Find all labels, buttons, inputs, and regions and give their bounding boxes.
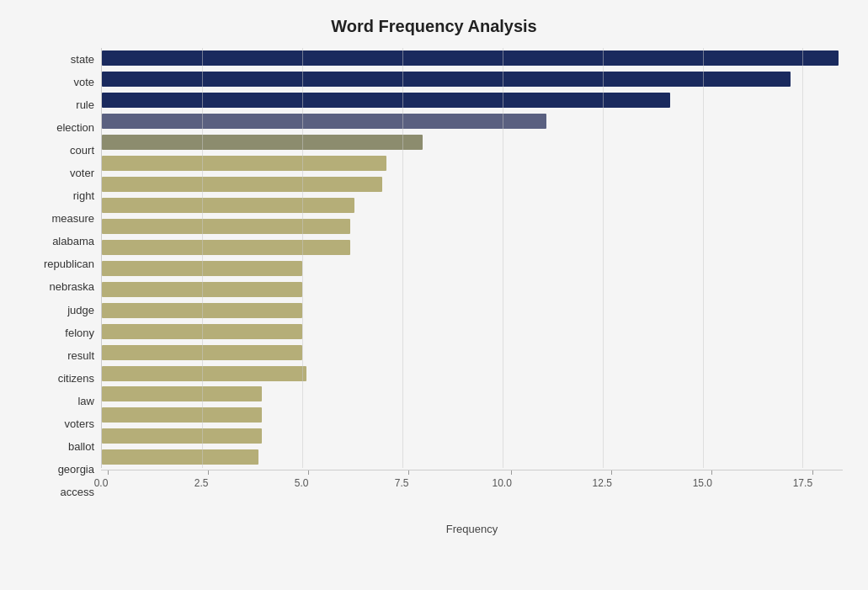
bar-row: [102, 175, 843, 194]
grid-line: [703, 48, 704, 468]
x-tick: 17.5: [802, 470, 822, 489]
bar-row: [102, 112, 843, 130]
y-label: vote: [73, 72, 94, 93]
bar: [102, 156, 386, 171]
x-tick-line: [511, 470, 512, 475]
bar-row: [102, 322, 843, 341]
grid-line: [202, 48, 203, 468]
bar-row: [102, 70, 843, 88]
y-label: measure: [51, 208, 94, 230]
chart-container: Word Frequency Analysis statevoteruleele…: [0, 0, 868, 590]
bar: [102, 50, 839, 66]
y-label: republican: [44, 253, 94, 275]
bar-row: [102, 343, 843, 362]
x-tick: 2.5: [201, 470, 216, 489]
grid-line: [503, 48, 503, 468]
y-label: result: [67, 344, 94, 366]
x-tick-line: [611, 470, 612, 475]
bar-row: [102, 259, 843, 278]
x-axis: Frequency 0.02.55.07.510.012.515.017.5: [101, 470, 843, 503]
y-label: right: [73, 185, 94, 207]
chart-title: Word Frequency Analysis: [25, 17, 843, 36]
x-tick-line: [208, 470, 209, 475]
x-tick: 15.0: [702, 470, 722, 489]
y-label: alabama: [52, 231, 94, 252]
chart-area: statevoteruleelectioncourtvoterrightmeas…: [25, 48, 843, 503]
x-tick-line: [711, 470, 712, 475]
bar-row: [102, 448, 843, 466]
bar: [102, 407, 262, 423]
grid-line: [302, 48, 303, 468]
bar-row: [102, 301, 843, 320]
x-tick: 10.0: [502, 470, 521, 489]
bar: [102, 135, 423, 150]
bar: [102, 366, 306, 381]
bar: [102, 219, 350, 234]
x-tick-line: [408, 470, 409, 475]
x-tick-label: 15.0: [693, 477, 712, 489]
y-label: citizens: [58, 367, 94, 389]
y-label: rule: [76, 94, 94, 116]
bar: [102, 198, 354, 213]
y-label: judge: [67, 299, 94, 321]
x-tick-label: 0.0: [94, 477, 109, 489]
x-tick-label: 17.5: [793, 477, 812, 489]
y-label: election: [56, 117, 94, 139]
bar-row: [102, 406, 843, 424]
y-label: access: [61, 481, 94, 502]
grid-line: [802, 48, 803, 468]
y-label: state: [71, 49, 94, 71]
x-tick: 12.5: [602, 470, 621, 489]
bar: [102, 177, 382, 192]
x-tick-label: 2.5: [194, 477, 209, 489]
x-tick: 7.5: [402, 470, 416, 489]
bar-row: [102, 385, 843, 403]
bars-and-xaxis: Frequency 0.02.55.07.510.012.515.017.5: [101, 48, 843, 503]
x-tick-label: 12.5: [593, 477, 612, 489]
y-labels: statevoteruleelectioncourtvoterrightmeas…: [25, 48, 101, 503]
y-label: georgia: [58, 458, 94, 480]
bar-row: [102, 49, 843, 67]
bar-row: [102, 238, 843, 257]
bar: [102, 93, 670, 108]
x-tick: 0.0: [101, 470, 115, 489]
bars-area: [101, 48, 843, 468]
bar: [102, 114, 546, 129]
bar-row: [102, 364, 843, 383]
x-tick-line: [108, 470, 109, 475]
y-label: felony: [65, 322, 94, 343]
y-label: voter: [70, 162, 94, 184]
bar: [102, 240, 350, 255]
x-axis-title: Frequency: [101, 523, 843, 535]
bar-rows: [102, 48, 843, 468]
y-label: nebraska: [50, 276, 94, 298]
x-tick-line: [308, 470, 309, 475]
grid-line: [603, 48, 604, 468]
y-label: court: [70, 140, 94, 162]
bar: [102, 449, 258, 465]
bar-row: [102, 133, 843, 151]
bar-row: [102, 154, 843, 173]
bar: [102, 72, 791, 87]
x-tick-label: 10.0: [493, 477, 512, 489]
bar-row: [102, 427, 843, 445]
bar: [102, 386, 262, 401]
bar-row: [102, 91, 843, 109]
y-label: law: [77, 390, 94, 412]
bar-row: [102, 217, 843, 236]
grid-line: [402, 48, 403, 468]
bar-row: [102, 196, 843, 215]
bar: [102, 428, 262, 444]
bar-row: [102, 280, 843, 299]
y-label: ballot: [68, 435, 94, 457]
x-tick-label: 5.0: [295, 477, 309, 489]
x-tick: 5.0: [301, 470, 316, 489]
x-tick-label: 7.5: [395, 477, 409, 489]
y-label: voters: [65, 412, 94, 434]
x-tick-line: [812, 470, 813, 475]
